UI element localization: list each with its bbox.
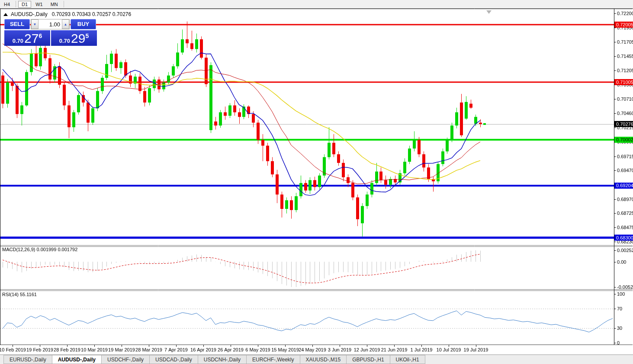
- sell-price-big: 27: [24, 32, 39, 45]
- collapse-chart-icon[interactable]: [3, 13, 8, 16]
- chart-title: AUDUSD-,Daily 0.70293 0.70343 0.70257 0.…: [3, 11, 131, 17]
- chart-tab-gbpusd-h1[interactable]: GBPUSD-,H1: [346, 355, 390, 364]
- volume-down-button[interactable]: ▼: [31, 19, 39, 29]
- chart-tab-usdchf-daily[interactable]: USDCHF-,Daily: [101, 355, 150, 364]
- chart-symbol-label: AUDUSD-,Daily: [11, 11, 48, 17]
- timeframe-button-d1[interactable]: D1: [18, 1, 31, 8]
- toolbar-separator: [16, 1, 16, 7]
- chart-canvas[interactable]: [0, 9, 633, 354]
- timeframe-button-w1[interactable]: W1: [32, 1, 46, 8]
- volume-up-button[interactable]: ▲: [62, 19, 69, 29]
- buy-price-prefix: 0.70: [59, 37, 70, 45]
- timeframe-button-mn[interactable]: MN: [47, 1, 61, 8]
- indicator-label-rsi: RSI(14) 55.1161: [2, 292, 37, 297]
- mt4-window: H4 D1 W1 MN AUDUSD-,Daily 0.70293 0.7034…: [0, 0, 633, 364]
- sell-price-display[interactable]: 0.70 27 6: [4, 30, 50, 46]
- scroll-to-end-icon[interactable]: [486, 10, 492, 14]
- chart-tab-eurusd-daily[interactable]: EURUSD-,Daily: [3, 355, 52, 364]
- chart-tab-xauusd-m15[interactable]: XAUUSD-,M15: [300, 355, 347, 364]
- chart-tab-usdcad-daily[interactable]: USDCAD-,Daily: [149, 355, 198, 364]
- sell-price-sup: 6: [39, 32, 42, 39]
- arrow-up-icon: ▲: [64, 22, 67, 26]
- buy-price-big: 29: [71, 32, 85, 45]
- chart-tab-ukoil-h1[interactable]: UKOil-,H1: [390, 355, 425, 364]
- volume-input[interactable]: [39, 19, 62, 29]
- chart-ohlc-values: 0.70293 0.70343 0.70257 0.70276: [52, 11, 132, 17]
- buy-price-sup: 5: [85, 32, 89, 39]
- chart-tabs-bar: EURUSD-,Daily AUDUSD-,Daily USDCHF-,Dail…: [0, 354, 633, 364]
- volume-stepper: ▼ ▲: [31, 19, 70, 29]
- sell-price-prefix: 0.70: [13, 37, 23, 45]
- indicator-label-macd: MACD(12,26,9) 0.001999 0.001792: [2, 247, 77, 252]
- chart-tab-audusd-daily[interactable]: AUDUSD-,Daily: [52, 355, 102, 364]
- buy-button[interactable]: BUY: [71, 19, 96, 29]
- timeframe-toolbar: H4 D1 W1 MN: [0, 0, 633, 9]
- chart-area: AUDUSD-,Daily 0.70293 0.70343 0.70257 0.…: [0, 9, 633, 354]
- sell-button[interactable]: SELL: [4, 19, 30, 29]
- buy-price-display[interactable]: 0.70 29 5: [51, 30, 97, 46]
- toolbar-separator: [64, 1, 64, 7]
- timeframe-button-h4[interactable]: H4: [0, 1, 13, 8]
- chart-tab-usdcnh-daily[interactable]: USDCNH-,Daily: [198, 355, 247, 364]
- arrow-down-icon: ▼: [33, 22, 37, 26]
- chart-tab-eurchf-weekly[interactable]: EURCHF-,Weekly: [246, 355, 300, 364]
- one-click-trading-panel: SELL ▼ ▲ BUY 0.70 27 6 0.70 29 5: [4, 19, 98, 46]
